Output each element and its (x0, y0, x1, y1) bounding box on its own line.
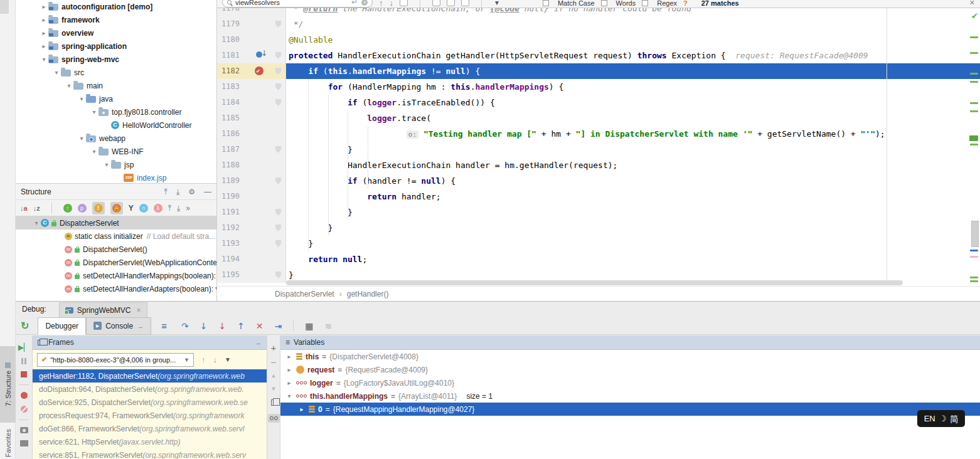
layout-menu-icon[interactable]: ≡ (161, 320, 167, 331)
chevron-icon[interactable]: ▸ (298, 406, 306, 413)
code-area[interactable]: 1178 * @return the HandlerExecutionChain… (217, 1, 980, 283)
debug-session-tab[interactable]: SpringWebMVC × (59, 302, 147, 317)
show-properties-icon[interactable]: p (78, 204, 87, 213)
variable-row[interactable]: ▸ request = {RequestFacade@4009} (280, 363, 980, 376)
drop-frame-icon[interactable]: ✕ (256, 321, 264, 331)
duplicate-watch-icon[interactable] (271, 399, 277, 406)
chevron-icon[interactable]: ▾ (65, 82, 73, 89)
gutter[interactable]: 1182 (217, 63, 286, 79)
close-icon[interactable]: × (137, 306, 141, 315)
tab-debugger[interactable]: Debugger (38, 317, 86, 335)
close-search-icon[interactable]: ✕ (969, 0, 975, 7)
gutter[interactable]: 1181 (217, 48, 286, 63)
gutter[interactable]: 1186 (217, 126, 286, 142)
collapse-all-icon[interactable]: ⤓ (176, 187, 179, 196)
thread-selector[interactable]: ✔ "http-bio-8080-exec-3"@4,006 in group.… (37, 353, 194, 367)
fold-marker-icon[interactable] (275, 240, 281, 247)
mute-breakpoints-icon[interactable] (21, 406, 28, 413)
gutter[interactable]: 1183 (217, 79, 286, 95)
show-non-public-toggle[interactable]: 🔒 (110, 202, 123, 214)
trace-streams-icon[interactable]: ≋ (325, 321, 333, 331)
pause-icon[interactable] (21, 358, 26, 364)
search-filter-icon[interactable]: ▼ (494, 0, 500, 6)
hide-icon[interactable]: — (204, 187, 211, 196)
regex-checkbox[interactable] (642, 0, 648, 6)
variable-row[interactable]: ▸ logger = {LogFactory$JavaUtilLog@4010} (280, 376, 980, 389)
breakpoint-icon[interactable] (255, 66, 264, 75)
fold-marker-icon[interactable] (275, 68, 281, 75)
search-match-marker[interactable] (970, 52, 978, 54)
tab-console[interactable]: ▶ Console → (86, 317, 151, 335)
group-icon[interactable]: ○ (139, 204, 148, 213)
next-occurrence-icon[interactable]: ↓ (390, 0, 394, 7)
fold-marker-icon[interactable] (275, 224, 281, 231)
force-step-into-icon[interactable]: ↓ (218, 321, 226, 331)
structure-item[interactable]: DispatcherServlet() (16, 243, 216, 256)
stack-frame-row[interactable]: processRequest:974, FrameworkServlet (or… (33, 409, 267, 422)
search-match-marker[interactable] (970, 144, 978, 145)
chevron-icon[interactable]: ▾ (102, 161, 111, 168)
search-match-marker[interactable] (970, 102, 978, 104)
chevron-icon[interactable]: ▸ (40, 29, 48, 36)
show-anonymous-icon[interactable]: Y (129, 204, 134, 213)
show-lambdas-icon[interactable]: λ (154, 204, 162, 213)
thread-dump-icon[interactable] (20, 427, 28, 433)
chevron-icon[interactable]: ▾ (90, 108, 99, 115)
project-tree-item[interactable]: ▾ jsp (16, 158, 216, 171)
settings-layout-icon[interactable] (20, 440, 28, 446)
chevron-icon[interactable]: ▾ (77, 135, 86, 142)
structure-item[interactable]: static class initializer // Load default… (16, 230, 216, 243)
search-match-marker[interactable] (970, 110, 978, 112)
prev-occurrence-icon[interactable]: ↑ (379, 0, 383, 7)
next-frame-icon[interactable]: ↓ (213, 355, 218, 364)
gutter[interactable]: 1193 (217, 236, 286, 251)
chevron-icon[interactable]: ▾ (90, 148, 99, 155)
fold-marker-icon[interactable] (275, 21, 281, 28)
step-into-icon[interactable]: ↓ (200, 321, 208, 331)
stack-frame-row[interactable]: doDispatch:964, DispatcherServlet (org.s… (33, 382, 267, 396)
chevron-icon[interactable]: ▸ (285, 366, 293, 373)
fold-marker-icon[interactable] (275, 146, 281, 153)
run-to-cursor-icon[interactable]: ⇥ (275, 321, 282, 331)
pin-icon[interactable]: → (137, 322, 144, 330)
words-checkbox[interactable] (601, 0, 607, 6)
remove-watch-icon[interactable]: − (271, 360, 277, 365)
search-match-marker[interactable] (970, 277, 978, 278)
gutter[interactable]: 1190 (217, 189, 286, 204)
search-match-marker[interactable] (969, 135, 978, 141)
gutter[interactable]: 1191 (217, 204, 286, 220)
chevron-icon[interactable]: ▾ (285, 393, 293, 399)
gutter[interactable]: 1187 (217, 142, 286, 157)
project-tree-item[interactable]: ▾ WEB-INF (16, 145, 216, 158)
vertical-scrollbar[interactable] (971, 221, 979, 247)
fold-marker-icon[interactable] (275, 272, 281, 278)
fold-marker-icon[interactable] (275, 83, 281, 90)
toolwindow-tab-structure[interactable]: 7: Structure (0, 346, 16, 423)
search-match-marker[interactable] (970, 280, 978, 282)
variable-row[interactable]: ▸ 0 = {RequestMappingHandlerMapping@4027… (280, 403, 980, 416)
move-down-icon[interactable]: ▼ (271, 386, 277, 391)
chevron-icon[interactable]: ▾ (77, 95, 86, 102)
search-match-marker[interactable] (970, 36, 978, 38)
gutter[interactable]: 1195 (217, 267, 286, 283)
search-query[interactable]: viewResolvers (235, 0, 348, 6)
resume-icon[interactable]: ▶▏ (18, 344, 29, 351)
collapsed-tab[interactable] (0, 0, 9, 14)
newline-icon[interactable]: ↵ (351, 0, 358, 6)
rerun-icon[interactable]: ↻ (21, 321, 29, 331)
gutter[interactable]: 1180 (217, 32, 286, 48)
inspection-ok-icon[interactable]: ✔ (971, 11, 978, 21)
stack-frame-row[interactable]: service:621, HttpServlet (javax.servlet.… (33, 435, 267, 448)
horizontal-scrollbar[interactable] (286, 280, 903, 285)
highlight-icon[interactable] (461, 0, 469, 6)
structure-item[interactable]: setDetectAllHandlerMappings(boolean): v (16, 269, 216, 282)
gutter[interactable]: 1185 (217, 110, 286, 126)
project-tree-item[interactable]: ▸ overview (16, 26, 216, 40)
chevron-icon[interactable]: ▸ (285, 353, 293, 360)
structure-item[interactable]: setDetectAllHandlerAdapters(boolean): vo (16, 282, 216, 295)
show-inherited-icon[interactable]: ↑ (63, 204, 72, 213)
project-tree-item[interactable]: index.jsp (16, 171, 216, 183)
stack-frame-row[interactable]: service:851, FrameworkServlet (org.sprin… (33, 448, 267, 459)
project-tree-item[interactable]: ▾ top.fjy8018.controller (16, 105, 216, 119)
variable-row[interactable]: ▾ this.handlerMappings = {ArrayList@4011… (280, 389, 980, 403)
